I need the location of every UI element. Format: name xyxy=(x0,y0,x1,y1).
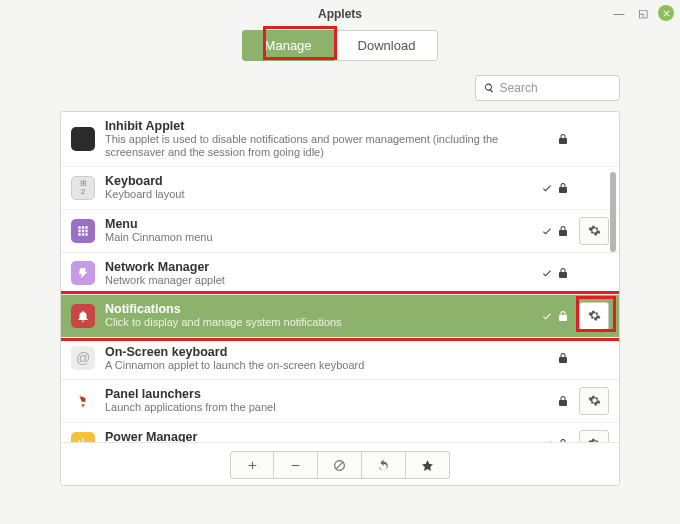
inhibit-icon xyxy=(71,127,95,151)
network-icon xyxy=(71,261,95,285)
applet-description: Main Cinnamon menu xyxy=(105,231,521,244)
undo-icon xyxy=(377,459,390,472)
check-icon xyxy=(541,267,553,279)
gear-icon xyxy=(588,309,601,322)
applet-list: Inhibit AppletThis applet is used to dis… xyxy=(60,111,620,486)
plus-icon xyxy=(246,459,259,472)
applet-row-power[interactable]: Power ManagerCinnamon power management a… xyxy=(61,423,619,442)
applet-row-inhibit[interactable]: Inhibit AppletThis applet is used to dis… xyxy=(61,112,619,167)
search-icon xyxy=(484,82,495,94)
applet-name: Network Manager xyxy=(105,260,521,274)
configure-button[interactable] xyxy=(579,430,609,442)
applet-description: Keyboard layout xyxy=(105,188,521,201)
tab-manage[interactable]: Manage xyxy=(242,30,335,61)
close-button[interactable] xyxy=(658,5,674,21)
check-icon xyxy=(541,182,553,194)
lock-icon xyxy=(557,310,569,322)
menu-icon xyxy=(71,219,95,243)
lock-icon xyxy=(557,267,569,279)
remove-button[interactable] xyxy=(274,451,318,479)
check-icon xyxy=(541,310,553,322)
maximize-button[interactable]: ◱ xyxy=(634,4,652,22)
tab-download[interactable]: Download xyxy=(335,30,439,61)
panel-launchers-icon xyxy=(71,389,95,413)
list-toolbar xyxy=(61,442,619,485)
search-input[interactable] xyxy=(500,81,611,95)
status-icons xyxy=(531,267,569,279)
status-icons xyxy=(531,182,569,194)
applet-row-panel-launchers[interactable]: Panel launchersLaunch applications from … xyxy=(61,380,619,423)
onscreen-icon: @ xyxy=(71,346,95,370)
titlebar: Applets — ◱ xyxy=(0,0,680,28)
disable-button[interactable] xyxy=(318,451,362,479)
lock-icon xyxy=(557,133,569,145)
applet-description: Network manager applet xyxy=(105,274,521,287)
applet-name: Keyboard xyxy=(105,174,521,188)
gear-icon xyxy=(588,437,601,442)
notifications-icon xyxy=(71,304,95,328)
search-box[interactable] xyxy=(475,75,620,101)
minus-icon xyxy=(289,459,302,472)
applet-name: On-Screen keyboard xyxy=(105,345,521,359)
applet-name: Menu xyxy=(105,217,521,231)
applet-row-menu[interactable]: MenuMain Cinnamon menu xyxy=(61,210,619,253)
denied-icon xyxy=(333,459,346,472)
keyboard-icon: ⊞2 xyxy=(71,176,95,200)
restore-button[interactable] xyxy=(362,451,406,479)
applet-row-notifications[interactable]: NotificationsClick to display and manage… xyxy=(61,295,619,338)
scrollbar-thumb[interactable] xyxy=(610,172,616,252)
configure-button[interactable] xyxy=(579,217,609,245)
applet-name: Panel launchers xyxy=(105,387,521,401)
gear-icon xyxy=(588,224,601,237)
applet-description: Launch applications from the panel xyxy=(105,401,521,414)
status-icons xyxy=(531,438,569,442)
window-title: Applets xyxy=(318,7,362,21)
status-icons xyxy=(531,225,569,237)
applet-name: Power Manager xyxy=(105,430,521,442)
applet-row-network[interactable]: Network ManagerNetwork manager applet xyxy=(61,253,619,295)
applet-description: This applet is used to disable notificat… xyxy=(105,133,521,159)
gear-icon xyxy=(588,394,601,407)
applet-row-onscreen[interactable]: @On-Screen keyboardA Cinnamon applet to … xyxy=(61,338,619,380)
configure-button[interactable] xyxy=(579,302,609,330)
applet-row-keyboard[interactable]: ⊞2KeyboardKeyboard layout xyxy=(61,167,619,209)
configure-button[interactable] xyxy=(579,387,609,415)
tab-bar: Manage Download xyxy=(0,30,680,61)
applet-name: Inhibit Applet xyxy=(105,119,521,133)
minimize-button[interactable]: — xyxy=(610,4,628,22)
applet-description: A Cinnamon applet to launch the on-scree… xyxy=(105,359,521,372)
applet-name: Notifications xyxy=(105,302,521,316)
check-icon xyxy=(541,438,553,442)
power-icon xyxy=(71,432,95,442)
lock-icon xyxy=(557,182,569,194)
lock-icon xyxy=(557,352,569,364)
star-icon xyxy=(421,459,434,472)
applet-description: Click to display and manage system notif… xyxy=(105,316,521,329)
status-icons xyxy=(531,133,569,145)
status-icons xyxy=(531,352,569,364)
add-button[interactable] xyxy=(230,451,274,479)
check-icon xyxy=(541,225,553,237)
lock-icon xyxy=(557,438,569,442)
highlight-button[interactable] xyxy=(406,451,450,479)
lock-icon xyxy=(557,395,569,407)
status-icons xyxy=(531,395,569,407)
status-icons xyxy=(531,310,569,322)
lock-icon xyxy=(557,225,569,237)
